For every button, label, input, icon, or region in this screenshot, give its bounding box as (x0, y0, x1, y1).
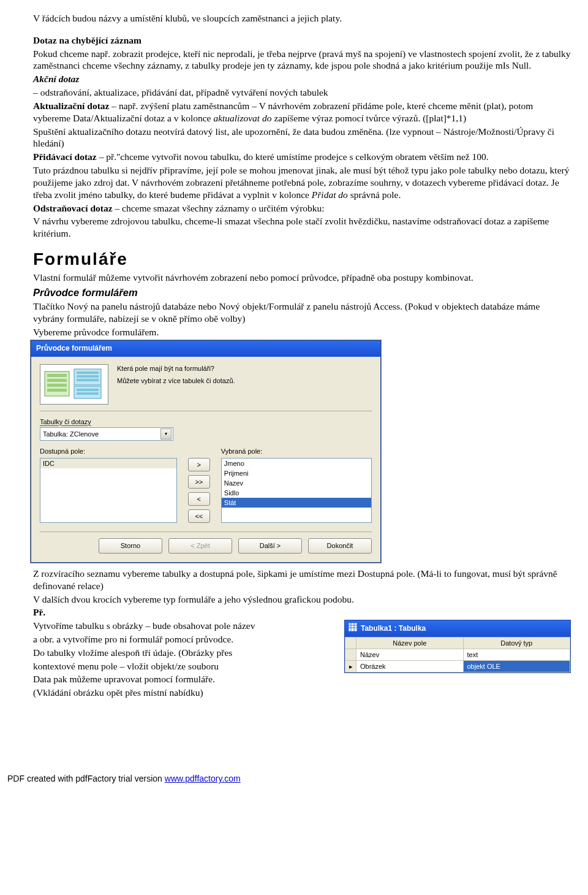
heading-formulare: Formuláře (33, 248, 571, 270)
text: zapíšeme výraz pomocí tvůrce výrazů. ([p… (272, 113, 467, 123)
paragraph: Spuštění aktualizačního dotazu neotvírá … (33, 126, 571, 150)
example-label: Př. (33, 606, 571, 619)
selected-fields-label: Vybraná pole: (221, 447, 372, 455)
list-item[interactable]: IDC (40, 459, 176, 468)
svg-rect-2 (47, 379, 67, 382)
list-item[interactable]: Nazev (222, 478, 371, 488)
svg-rect-1 (47, 374, 67, 377)
term: Aktualizační dotaz (33, 101, 109, 111)
subheading: Průvodce formulářem (33, 286, 571, 299)
table-design-grid: Název pole Datový typ Název text ▸ Obráz… (345, 637, 570, 672)
paragraph: Odstraňovací dotaz – chceme smazat všech… (33, 202, 571, 215)
paragraph: Vlastní formulář můžeme vytvořit návrhov… (33, 272, 571, 284)
tables-label: Tabulky či dotazy (40, 417, 372, 426)
pdf-footer: PDF created with pdfFactory trial versio… (7, 774, 571, 785)
cell[interactable]: Název (356, 649, 464, 660)
table-window-title: Tabulka1 : Tabulka (361, 624, 426, 633)
text: – chceme smazat všechny záznamy o určité… (113, 203, 325, 213)
text-italic: aktualizovat do (213, 113, 271, 123)
paragraph: – odstraňování, aktualizace, přidávání d… (33, 86, 571, 99)
cell[interactable]: objekt OLE (463, 660, 570, 672)
selected-fields-listbox[interactable]: Jmeno Prijmeni Nazev Sidlo Stát (221, 458, 372, 523)
text-italic: Přidat do (312, 189, 348, 200)
available-fields-label: Dostupná pole: (40, 447, 177, 455)
paragraph: V návrhu vybereme zdrojovou tabulku, chc… (33, 215, 571, 240)
row-selector[interactable] (345, 649, 356, 660)
table-row[interactable]: Název text (345, 649, 570, 660)
finish-button[interactable]: Dokončit (308, 538, 372, 554)
list-item[interactable]: Jmeno (222, 459, 371, 468)
back-button[interactable]: < Zpět (168, 538, 232, 554)
paragraph: Aktualizační dotaz – např. zvýšení platu… (33, 100, 571, 124)
svg-rect-12 (349, 623, 357, 631)
term: Odstraňovací dotaz (33, 203, 113, 213)
wizard-question: Která pole mají být na formuláři? (117, 364, 235, 373)
paragraph: Tuto prázdnou tabulku si nejdřív připrav… (33, 164, 571, 200)
cell[interactable]: Obrázek (356, 660, 464, 672)
wizard-subtext: Můžete vybírat z více tabulek či dotazů. (117, 376, 235, 385)
table-dropdown-value: Tabulka: ZClenove (43, 430, 99, 438)
add-one-button[interactable]: > (188, 458, 210, 471)
footer-text: PDF created with pdfFactory trial versio… (7, 774, 165, 783)
paragraph: Tlačítko Nový na panelu nástrojů databáz… (33, 300, 571, 325)
table-dropdown[interactable]: Tabulka: ZClenove ▾ (40, 427, 173, 441)
list-item[interactable]: Stát (222, 498, 371, 508)
svg-rect-8 (77, 379, 99, 381)
svg-rect-6 (77, 371, 99, 374)
text: Tuto prázdnou tabulku si nejdřív připrav… (33, 165, 569, 200)
next-button[interactable]: Další > (238, 538, 302, 554)
table-row[interactable]: ▸ Obrázek objekt OLE (345, 660, 570, 672)
paragraph: (Vkládání obrázku opět přes místní nabíd… (33, 687, 571, 699)
paragraph: V dalších dvou krocích vybereme typ form… (33, 593, 571, 606)
column-header: Název pole (356, 637, 464, 649)
remove-all-button[interactable]: << (188, 509, 210, 523)
svg-rect-10 (77, 389, 99, 391)
text: – př."chceme vytvořit novou tabulku, do … (97, 151, 489, 162)
document-body: V řádcích budou názvy a umístění klubů, … (33, 12, 571, 700)
chevron-down-icon: ▾ (160, 428, 172, 440)
term: Přidávací dotaz (33, 151, 97, 162)
svg-rect-3 (47, 384, 67, 387)
paragraph: Pokud chceme např. zobrazit prodejce, kt… (33, 48, 571, 72)
paragraph: V řádcích budou názvy a umístění klubů, … (33, 12, 571, 25)
form-wizard-dialog: Průvodce formulářem (31, 340, 381, 563)
svg-rect-11 (77, 392, 99, 395)
wizard-prompt: Která pole mají být na formuláři? Můžete… (117, 364, 235, 405)
table-window-titlebar: Tabulka1 : Tabulka (345, 620, 570, 636)
table-design-window: Tabulka1 : Tabulka Název pole Datový typ… (344, 620, 571, 673)
wizard-illustration-icon (40, 364, 108, 405)
section-heading: Akční dotaz (33, 73, 571, 85)
footer-link[interactable]: www.pdffactory.com (165, 774, 241, 783)
cancel-button[interactable]: Storno (99, 538, 162, 554)
corner-cell (345, 637, 356, 649)
datasheet-icon (349, 623, 357, 634)
available-fields-listbox[interactable]: IDC (40, 458, 177, 523)
list-item[interactable]: Sidlo (222, 488, 371, 498)
paragraph: Data pak můžeme upravovat pomocí formulá… (33, 673, 571, 685)
text: správná pole. (348, 189, 401, 200)
list-item[interactable]: Prijmeni (222, 468, 371, 478)
paragraph: Z rozvíracího seznamu vybereme tabulky a… (33, 568, 571, 592)
cell[interactable]: text (463, 649, 570, 660)
paragraph: Vybereme průvodce formulářem. (33, 326, 571, 338)
svg-rect-4 (47, 389, 67, 392)
svg-rect-7 (77, 375, 99, 378)
wizard-titlebar: Průvodce formulářem (31, 341, 380, 356)
remove-one-button[interactable]: < (188, 492, 210, 506)
add-all-button[interactable]: >> (188, 475, 210, 489)
row-selector[interactable]: ▸ (345, 660, 356, 672)
column-header: Datový typ (463, 637, 570, 649)
paragraph: Přidávací dotaz – př."chceme vytvořit no… (33, 151, 571, 163)
section-heading: Dotaz na chybějící záznam (33, 34, 571, 47)
